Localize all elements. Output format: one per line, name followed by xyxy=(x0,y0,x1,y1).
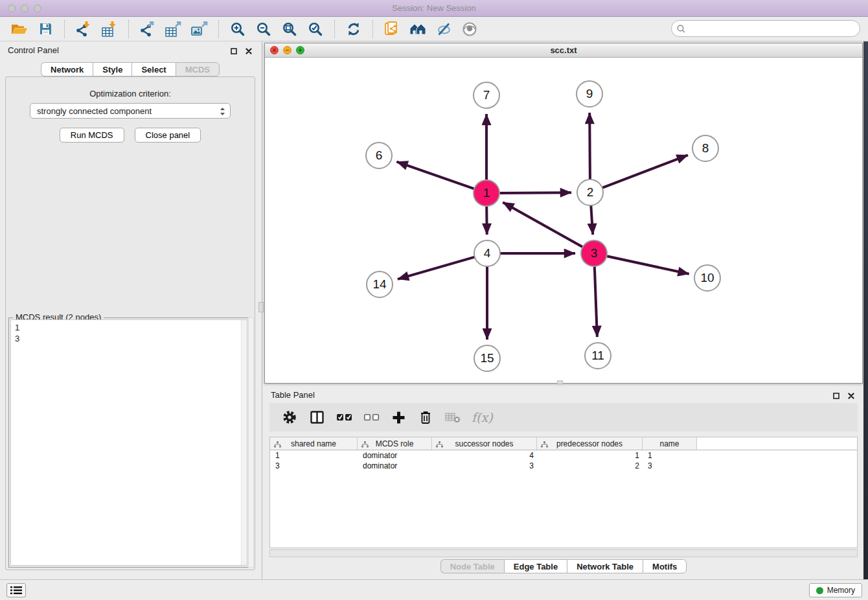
hide-panels-icon[interactable] xyxy=(431,19,457,40)
edge-3-11[interactable] xyxy=(595,266,597,337)
vertical-splitter-handle[interactable] xyxy=(258,302,264,312)
zoom-out-icon[interactable] xyxy=(251,19,277,40)
run-mcds-button[interactable]: Run MCDS xyxy=(60,128,124,143)
tab-network[interactable]: Network xyxy=(41,62,93,76)
close-panel-button[interactable]: Close panel xyxy=(135,128,201,143)
refresh-icon[interactable] xyxy=(341,19,367,40)
control-panel-scrollbar[interactable] xyxy=(248,317,254,568)
cell-MCDS-role[interactable]: dominator xyxy=(358,461,432,470)
export-table-icon[interactable] xyxy=(161,19,187,40)
node-15[interactable]: 15 xyxy=(474,345,501,372)
select-stepper-icon xyxy=(220,107,225,118)
control-panel-tabs: NetworkStyleSelectMCDS xyxy=(0,62,260,76)
edge-4-14[interactable] xyxy=(398,257,475,279)
mcds-result-list[interactable]: 1 3 xyxy=(10,319,247,566)
node-2[interactable]: 2 xyxy=(577,179,604,206)
network-canvas[interactable]: 7968124314101511 xyxy=(265,58,862,383)
add-icon[interactable] xyxy=(390,409,407,426)
edge-1-6[interactable] xyxy=(396,162,474,189)
table-tabs: Node TableEdge TableNetwork TableMotifs xyxy=(264,559,863,573)
network-window-titlebar: × − + scc.txt xyxy=(265,43,862,58)
cell-shared-name[interactable]: 1 xyxy=(270,451,358,460)
columns-icon[interactable] xyxy=(308,409,325,426)
cell-successor-nodes[interactable]: 4 xyxy=(432,451,537,460)
search-box[interactable] xyxy=(671,20,860,37)
horizontal-splitter-handle[interactable] xyxy=(557,380,563,384)
column-tree-icon xyxy=(541,441,548,450)
trash-icon[interactable] xyxy=(417,409,434,426)
tab-network-table[interactable]: Network Table xyxy=(567,559,643,573)
optimization-criterion-select[interactable]: strongly connected component xyxy=(30,103,231,119)
edge-2-8[interactable] xyxy=(602,155,688,188)
node-8[interactable]: 8 xyxy=(692,135,719,162)
cell-predecessor-nodes[interactable]: 1 xyxy=(537,451,643,460)
tab-mcds[interactable]: MCDS xyxy=(176,62,220,76)
node-14[interactable]: 14 xyxy=(366,271,393,298)
toolbar-separator xyxy=(128,20,129,38)
result-scrollbar[interactable] xyxy=(241,320,247,565)
open-folder-icon[interactable] xyxy=(6,19,32,40)
column-header-successor-nodes[interactable]: successor nodes xyxy=(432,437,537,450)
edge-2-3[interactable] xyxy=(591,205,593,235)
import-network-icon[interactable] xyxy=(71,19,97,40)
deselect-all-icon[interactable] xyxy=(363,409,380,426)
cell-successor-nodes[interactable]: 3 xyxy=(432,461,537,470)
search-input[interactable] xyxy=(689,24,860,34)
cell-MCDS-role[interactable]: dominator xyxy=(358,451,432,460)
network-window-title: scc.txt xyxy=(265,45,862,55)
tab-style[interactable]: Style xyxy=(93,62,131,76)
main-toolbar xyxy=(0,17,868,41)
table-close-panel-icon[interactable] xyxy=(848,391,854,401)
task-history-button[interactable] xyxy=(6,583,26,597)
tab-select[interactable]: Select xyxy=(131,62,175,76)
list-icon xyxy=(10,586,22,595)
save-icon[interactable] xyxy=(32,19,58,40)
cell-name[interactable]: 1 xyxy=(643,451,697,460)
column-tree-icon xyxy=(274,441,281,450)
control-panel-title: Control Panel xyxy=(8,45,59,55)
tab-edge-table[interactable]: Edge Table xyxy=(504,559,567,573)
toolbar-separator xyxy=(372,20,373,38)
edge-3-10[interactable] xyxy=(607,256,689,274)
node-11[interactable]: 11 xyxy=(584,342,611,369)
zoom-selected-icon[interactable] xyxy=(303,19,328,40)
zoom-in-icon[interactable] xyxy=(225,19,251,40)
table-row[interactable]: 3dominator323 xyxy=(270,461,857,471)
node-9[interactable]: 9 xyxy=(576,80,603,108)
zoom-fit-icon[interactable] xyxy=(277,19,303,40)
delete-table-disabled-icon xyxy=(444,409,461,426)
table-row[interactable]: 1dominator411 xyxy=(270,450,857,461)
node-7[interactable]: 7 xyxy=(473,82,500,109)
float-panel-icon[interactable] xyxy=(231,47,237,56)
cell-name[interactable]: 3 xyxy=(643,461,697,470)
select-all-icon[interactable] xyxy=(336,409,352,426)
gear-icon[interactable] xyxy=(281,409,298,426)
home-icon[interactable] xyxy=(405,19,431,40)
import-table-icon[interactable] xyxy=(97,19,122,40)
memory-button[interactable]: Memory xyxy=(809,583,862,597)
node-table: shared nameMCDS rolesuccessor nodesprede… xyxy=(269,437,858,548)
column-header-MCDS-role[interactable]: MCDS role xyxy=(358,437,432,450)
node-6[interactable]: 6 xyxy=(365,142,393,169)
table-float-panel-icon[interactable] xyxy=(833,391,839,401)
cell-predecessor-nodes[interactable]: 2 xyxy=(537,461,643,470)
node-1[interactable]: 1 xyxy=(473,179,500,207)
edge-2-9[interactable] xyxy=(589,113,590,179)
duplicate-network-icon[interactable] xyxy=(379,19,405,40)
table-horizontal-scrollbar[interactable] xyxy=(269,549,858,557)
cell-shared-name[interactable]: 3 xyxy=(270,461,358,470)
export-image-icon[interactable] xyxy=(187,19,212,40)
column-header-shared-name[interactable]: shared name xyxy=(270,437,358,450)
edge-3-1[interactable] xyxy=(503,202,582,247)
close-panel-icon[interactable] xyxy=(246,47,252,56)
column-header-predecessor-nodes[interactable]: predecessor nodes xyxy=(537,437,643,450)
column-header-name[interactable]: name xyxy=(643,437,697,450)
tab-motifs[interactable]: Motifs xyxy=(643,559,687,573)
node-4[interactable]: 4 xyxy=(474,240,501,267)
tab-node-table[interactable]: Node Table xyxy=(440,559,504,573)
edge-1-2[interactable] xyxy=(499,192,571,193)
edge-1-4[interactable] xyxy=(486,206,487,235)
export-network-icon[interactable] xyxy=(135,19,161,40)
node-3[interactable]: 3 xyxy=(580,240,608,267)
node-10[interactable]: 10 xyxy=(694,264,721,292)
